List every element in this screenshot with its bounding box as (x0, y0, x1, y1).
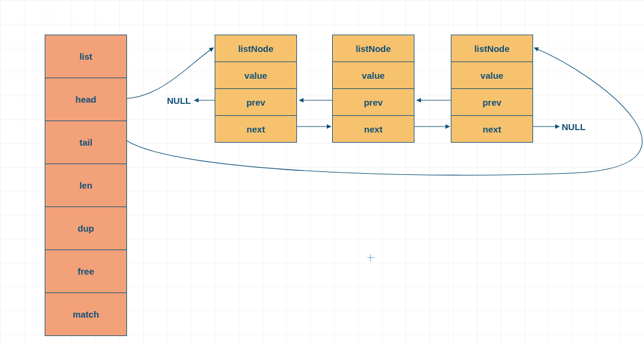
node-0-title: listNode (215, 35, 297, 62)
node-box-1: listNode value prev next (332, 35, 414, 143)
node-2-next: next (451, 116, 533, 143)
list-field-head: head (45, 78, 127, 121)
node-box-2: listNode value prev next (451, 35, 533, 143)
node-0-next: next (215, 116, 297, 143)
list-field-tail: tail (45, 121, 127, 164)
null-label-left: NULL (167, 96, 191, 106)
list-field-match: match (45, 293, 127, 336)
list-struct-box: list head tail len dup free match (45, 35, 127, 336)
canvas-crosshair-icon (367, 254, 374, 261)
node-0-value: value (215, 62, 297, 89)
node-2-prev: prev (451, 89, 533, 116)
node-1-prev: prev (332, 89, 414, 116)
list-field-list: list (45, 35, 127, 78)
node-1-value: value (332, 62, 414, 89)
node-1-next: next (332, 116, 414, 143)
null-label-right: NULL (562, 122, 586, 132)
list-field-len: len (45, 164, 127, 207)
list-field-free: free (45, 250, 127, 293)
node-2-value: value (451, 62, 533, 89)
node-0-prev: prev (215, 89, 297, 116)
node-box-0: listNode value prev next (215, 35, 297, 143)
list-field-dup: dup (45, 207, 127, 250)
node-1-title: listNode (332, 35, 414, 62)
node-2-title: listNode (451, 35, 533, 62)
